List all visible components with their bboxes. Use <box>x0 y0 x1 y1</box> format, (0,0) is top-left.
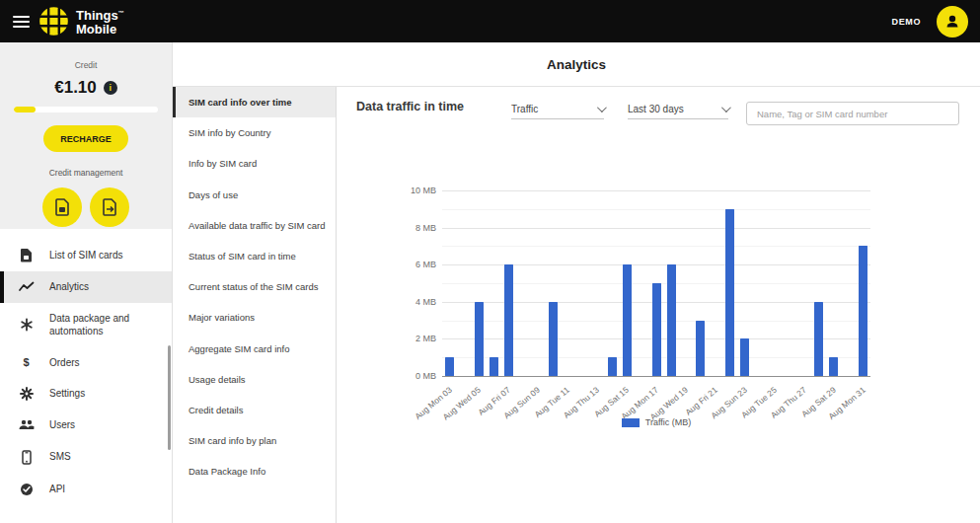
legend-label: Traffic (MB) <box>645 417 692 427</box>
account-name-label: DEMO <box>892 17 921 27</box>
x-axis-tick-label: Aug Sat 15 <box>555 385 631 451</box>
submenu-item[interactable]: Days of use <box>173 180 336 210</box>
x-axis-tick-label: Aug Thu 13 <box>525 385 601 451</box>
submenu-item[interactable]: Info by SIM card <box>173 148 336 179</box>
traffic-bar[interactable] <box>549 302 558 376</box>
submenu-item[interactable]: Available data traffic by SIM card <box>173 210 336 241</box>
sidebar-item-orders[interactable]: $ Orders <box>0 347 172 379</box>
traffic-bar[interactable] <box>814 302 823 376</box>
main-content: Data traffic in time Traffic Last 30 day… <box>338 87 980 523</box>
x-axis-tick-label: Aug Wed 19 <box>614 385 690 451</box>
x-axis-tick-label: Aug Tue 25 <box>703 385 779 451</box>
submenu-item[interactable]: Credit details <box>173 395 336 425</box>
x-axis-tick-label: Aug Mon 31 <box>791 385 867 451</box>
menu-icon[interactable] <box>13 13 30 31</box>
submenu-item[interactable]: Aggregate SIM card info <box>173 334 336 364</box>
x-axis-tick-label: Aug Sat 29 <box>762 385 838 451</box>
page-title: Analytics <box>547 57 606 72</box>
metric-select[interactable]: Traffic <box>511 99 604 119</box>
submenu-item[interactable]: SIM card info by plan <box>173 425 336 456</box>
sms-icon <box>18 450 35 465</box>
settings-icon <box>18 387 35 401</box>
x-axis-tick-label: Aug Sun 09 <box>466 385 542 451</box>
x-axis-line <box>442 376 870 377</box>
recharge-button[interactable]: RECHARGE <box>43 125 128 152</box>
search-box <box>746 102 959 125</box>
sim-card-arrow-icon <box>102 198 117 216</box>
submenu-item[interactable]: SIM info by Country <box>173 117 336 148</box>
traffic-bar[interactable] <box>652 283 661 376</box>
traffic-bar[interactable] <box>696 321 705 376</box>
credit-progress-bar <box>14 107 158 112</box>
section-title: Data traffic in time <box>356 100 464 113</box>
traffic-bar[interactable] <box>445 357 454 376</box>
traffic-bar[interactable] <box>608 357 617 376</box>
user-avatar[interactable] <box>937 6 968 37</box>
submenu-item[interactable]: Usage details <box>173 364 336 395</box>
sim-credit-action-button[interactable] <box>42 187 82 227</box>
traffic-bar[interactable] <box>475 302 484 376</box>
search-input[interactable] <box>747 103 958 124</box>
credit-progress-fill <box>14 107 36 112</box>
credit-management-label: Credit management <box>0 168 172 178</box>
credit-info-icon[interactable]: i <box>104 81 117 95</box>
submenu-item[interactable]: SIM card info over time <box>173 87 336 117</box>
gridline <box>442 321 870 322</box>
sim-card-icon <box>54 198 70 216</box>
sidebar-nav: List of SIM cards Analytics Data package… <box>0 229 172 505</box>
y-axis-tick-label: 0 MB <box>389 371 436 381</box>
traffic-bar[interactable] <box>667 264 676 376</box>
person-icon <box>943 13 961 31</box>
traffic-bar-chart: 0 MB2 MB4 MB6 MB8 MB10 MBAug Mon 03Aug W… <box>338 87 980 523</box>
sidebar-item-api[interactable]: API <box>0 474 172 505</box>
top-app-bar: Things™ Mobile DEMO <box>0 0 980 42</box>
sidebar-scrollbar[interactable] <box>168 345 171 450</box>
chart-legend: Traffic (MB) <box>442 417 870 427</box>
x-axis-tick-label: Aug Fri 07 <box>436 385 512 451</box>
gridline <box>442 246 870 247</box>
traffic-bar[interactable] <box>829 357 838 376</box>
traffic-bar[interactable] <box>504 264 513 376</box>
y-axis-tick-label: 10 MB <box>389 186 436 195</box>
sidebar-item-data-package[interactable]: Data package and automations <box>0 303 172 347</box>
gridline <box>442 190 870 191</box>
traffic-bar[interactable] <box>740 338 749 376</box>
submenu-item[interactable]: Major variations <box>173 302 336 333</box>
sidebar-item-users[interactable]: Users <box>0 410 172 441</box>
sim-transfer-action-button[interactable] <box>90 187 129 227</box>
traffic-bar[interactable] <box>623 264 632 376</box>
y-axis-tick-label: 4 MB <box>389 297 436 307</box>
gridline <box>442 338 870 339</box>
traffic-bar[interactable] <box>490 357 498 376</box>
credit-label: Credit <box>0 60 172 70</box>
submenu-item[interactable]: Status of SIM card in time <box>173 241 336 271</box>
metric-select-value: Traffic <box>511 104 538 114</box>
users-icon <box>18 419 35 430</box>
submenu-item[interactable]: Data Package Info <box>173 456 336 486</box>
x-axis-tick-label: Aug Mon 03 <box>377 385 453 451</box>
traffic-bar[interactable] <box>725 209 734 376</box>
gridline <box>442 283 870 284</box>
sidebar-item-sms[interactable]: SMS <box>0 441 172 474</box>
sidebar-item-list-of-sim-cards[interactable]: List of SIM cards <box>0 239 172 271</box>
traffic-bar[interactable] <box>859 246 867 376</box>
submenu: SIM card info over timeSIM info by Count… <box>173 87 337 523</box>
sidebar-item-settings[interactable]: Settings <box>0 378 172 410</box>
analytics-icon <box>18 281 35 293</box>
x-axis-tick-label: Aug Fri 21 <box>643 385 719 451</box>
y-axis-tick-label: 8 MB <box>389 223 436 233</box>
gridline <box>442 209 870 210</box>
gridline <box>442 228 870 229</box>
y-axis-tick-label: 2 MB <box>389 334 436 343</box>
credit-section: Credit €1.10 i RECHARGE Credit managemen… <box>0 42 172 229</box>
data-package-icon <box>18 318 35 332</box>
api-icon <box>18 483 35 496</box>
x-axis-tick-label: Aug Mon 17 <box>584 385 660 451</box>
orders-icon: $ <box>18 356 35 368</box>
credit-amount: €1.10 <box>54 78 97 98</box>
gridline <box>442 264 870 265</box>
submenu-item[interactable]: Current status of the SIM cards <box>173 271 336 302</box>
sidebar-item-analytics[interactable]: Analytics <box>0 271 172 303</box>
sim-card-icon <box>18 248 35 262</box>
date-range-select[interactable]: Last 30 days <box>628 99 728 119</box>
